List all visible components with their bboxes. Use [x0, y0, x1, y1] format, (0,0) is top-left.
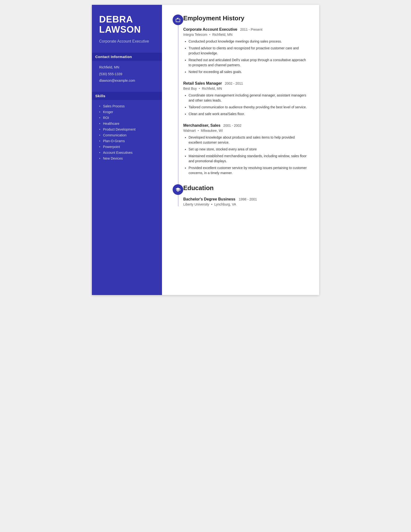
bullet-item: Clean and safe work area/Sales floor. — [188, 112, 308, 116]
dot-separator: • — [198, 129, 199, 133]
dot-separator: • — [209, 33, 210, 37]
skill-item: Communication — [99, 133, 155, 137]
job-company: Best Buy — [183, 86, 197, 90]
skill-item: Plan-O-Grams — [99, 139, 155, 143]
contact-header: Contact Information — [92, 53, 162, 61]
job-bullets: Conducted product knowledge meetings dur… — [183, 39, 308, 75]
edu-degree: Bachelor's Degree Business — [183, 197, 235, 201]
job-company-row: Integra Telecom • Richfield, MN — [183, 33, 308, 37]
contact-phone: (530) 555-1339 — [99, 72, 155, 77]
job-bullets: Coordinate store management including ge… — [183, 93, 308, 116]
edu-location: Lynchburg, VA — [214, 202, 236, 206]
bullet-item: Maintained established merchandising sta… — [188, 153, 308, 164]
skill-item: New Devices — [99, 156, 155, 160]
job-dates: 2011 - Present — [240, 28, 262, 31]
jobs-container: Corporate Account Executive 2011 - Prese… — [183, 27, 308, 176]
bullet-item: Tailored communication to audience there… — [188, 105, 308, 110]
bullet-item: Trusted advisor to clients and recognize… — [188, 46, 308, 56]
job-company: Integra Telecom — [183, 33, 207, 37]
job-title-row: Retail Sales Manager 2002 - 2011 — [183, 81, 308, 86]
bullet-item: Noted for exceeding all sales goals. — [188, 69, 308, 75]
job-location: Milwaukee, WI — [201, 129, 223, 133]
bullet-item: Set up new store, stocked every area of … — [188, 147, 308, 152]
bullet-item: Provided excellent customer service by r… — [188, 165, 308, 176]
job-company: Walmart — [183, 129, 196, 133]
edu-school: Liberty University — [183, 202, 209, 206]
job-title-row: Merchandiser, Sales 2001 - 2002 — [183, 123, 308, 128]
job-dates: 2001 - 2002 — [223, 124, 242, 127]
candidate-name: DEBRA LAWSON — [99, 15, 155, 35]
education-title: Education — [183, 184, 214, 192]
skill-item: Account Executives — [99, 151, 155, 154]
skill-item: Powerpoint — [99, 145, 155, 149]
dot-separator: • — [199, 86, 200, 90]
resume-container: DEBRA LAWSON Corporate Account Executive… — [92, 5, 319, 295]
job-location: Richfield, MN — [212, 33, 232, 37]
edu-school-row: Liberty University • Lynchburg, VA — [183, 202, 308, 206]
dot-separator: • — [211, 202, 212, 206]
bullet-item: Conducted product knowledge meetings dur… — [188, 39, 308, 44]
skills-list: Sales ProcessKrogerROIHealthcareProduct … — [99, 104, 155, 160]
briefcase-icon — [173, 15, 183, 25]
job-block: Corporate Account Executive 2011 - Prese… — [183, 27, 308, 75]
job-title: Merchandiser, Sales — [183, 123, 221, 128]
sidebar: DEBRA LAWSON Corporate Account Executive… — [92, 5, 162, 295]
job-company-row: Walmart • Milwaukee, WI — [183, 129, 308, 133]
edu-container: Bachelor's Degree Business 1998 - 2001 L… — [183, 197, 308, 206]
job-block: Retail Sales Manager 2002 - 2011 Best Bu… — [183, 81, 308, 116]
job-title: Corporate Account Executive — [183, 27, 237, 32]
job-block: Merchandiser, Sales 2001 - 2002 Walmart … — [183, 123, 308, 176]
contact-email: dlawson@example.com — [99, 78, 155, 83]
edu-degree-row: Bachelor's Degree Business 1998 - 2001 — [183, 197, 308, 201]
skill-item: Sales Process — [99, 104, 155, 108]
job-bullets: Developed knowledge about products and s… — [183, 135, 308, 176]
job-dates: 2002 - 2011 — [225, 82, 243, 85]
employment-header-row: Employment History — [183, 15, 308, 22]
sections-wrapper: Employment History Corporate Account Exe… — [173, 15, 308, 206]
graduation-icon — [173, 184, 183, 195]
employment-section: Employment History Corporate Account Exe… — [183, 15, 308, 176]
skills-header: Skills — [92, 92, 162, 100]
bullet-item: Developed knowledge about products and s… — [188, 135, 308, 145]
edu-block: Bachelor's Degree Business 1998 - 2001 L… — [183, 197, 308, 206]
job-company-row: Best Buy • Richfield, MN — [183, 86, 308, 90]
contact-location: Richfield, MN — [99, 65, 155, 70]
edu-dates: 1998 - 2001 — [239, 197, 257, 201]
skill-item: Kroger — [99, 110, 155, 114]
job-title-row: Corporate Account Executive 2011 - Prese… — [183, 27, 308, 32]
skill-item: Healthcare — [99, 122, 155, 125]
job-location: Richfield, MN — [202, 86, 222, 90]
candidate-title: Corporate Account Executive — [99, 39, 155, 44]
job-title: Retail Sales Manager — [183, 81, 222, 86]
skills-block: Sales ProcessKrogerROIHealthcareProduct … — [99, 104, 155, 160]
bullet-item: Reached out and articulated Dell's value… — [188, 57, 308, 68]
employment-title: Employment History — [183, 15, 244, 22]
bullet-item: Coordinate store management including ge… — [188, 93, 308, 103]
education-section: Education Bachelor's Degree Business 199… — [183, 184, 308, 206]
skill-item: ROI — [99, 116, 155, 120]
contact-block: Richfield, MN (530) 555-1339 dlawson@exa… — [99, 65, 155, 83]
education-header-row: Education — [183, 184, 308, 192]
main-content: Employment History Corporate Account Exe… — [162, 5, 319, 295]
skill-item: Product Development — [99, 127, 155, 131]
